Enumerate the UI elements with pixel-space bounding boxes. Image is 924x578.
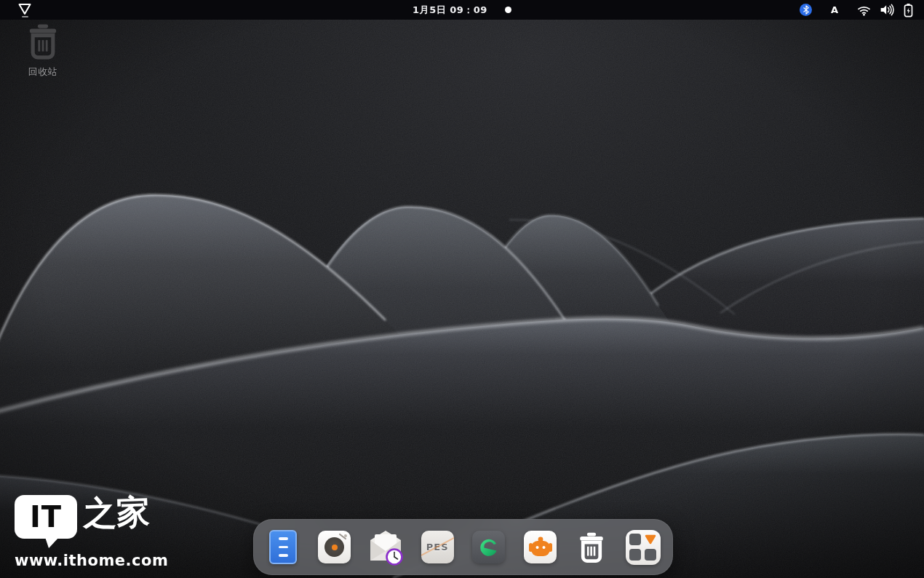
- ithome-watermark: IT 之家 www.ithome.com: [15, 483, 168, 569]
- system-tray: A: [800, 0, 914, 20]
- pes-icon: PES: [421, 531, 454, 563]
- dock-item-file-manager[interactable]: [265, 527, 301, 568]
- input-method-label: A: [828, 4, 841, 15]
- input-method-button[interactable]: A: [828, 0, 841, 20]
- robot-head-icon: [524, 531, 557, 563]
- bluetooth-button[interactable]: [800, 0, 812, 20]
- dock-item-music-player[interactable]: [316, 527, 353, 568]
- wifi-icon: [857, 4, 871, 16]
- dock-item-mail[interactable]: [367, 527, 404, 568]
- ithome-logo-bubble: IT: [15, 495, 77, 539]
- menubar: 1月5日 09：09 A: [0, 0, 924, 20]
- battery-button[interactable]: [903, 0, 914, 20]
- recycle-bin-label: 回收站: [28, 66, 58, 79]
- clock[interactable]: 1月5日 09：09: [413, 4, 487, 17]
- green-e-icon: [472, 531, 505, 563]
- volume-button[interactable]: [880, 0, 894, 20]
- status-indicator-dot: [505, 7, 511, 13]
- ithome-url: www.ithome.com: [15, 552, 168, 569]
- dock-item-app-launcher[interactable]: [625, 527, 661, 568]
- dock-item-browser[interactable]: [471, 527, 507, 568]
- ithome-logo-zhijia: 之家: [82, 488, 151, 537]
- battery-charging-icon: [903, 3, 914, 17]
- dock-item-ai-assistant[interactable]: [522, 527, 559, 568]
- trash-can-icon: [24, 22, 62, 61]
- envelope-with-clock-icon: [367, 527, 405, 568]
- app-grid-triangle-icon: [626, 530, 661, 565]
- bluetooth-icon: [802, 5, 810, 15]
- ithome-logo-it: IT: [30, 500, 62, 534]
- vinyl-record-icon: [318, 531, 351, 563]
- dock-item-recycle-bin[interactable]: [573, 527, 610, 568]
- trash-can-icon: [575, 530, 608, 565]
- desktop-screen: 1月5日 09：09 A: [0, 0, 924, 578]
- dock: PES: [253, 519, 673, 575]
- wifi-button[interactable]: [857, 0, 871, 20]
- volume-icon: [880, 4, 894, 16]
- dock-item-pes[interactable]: PES: [419, 527, 455, 568]
- desktop-recycle-bin[interactable]: 回收站: [16, 22, 70, 79]
- file-cabinet-icon: [269, 530, 297, 564]
